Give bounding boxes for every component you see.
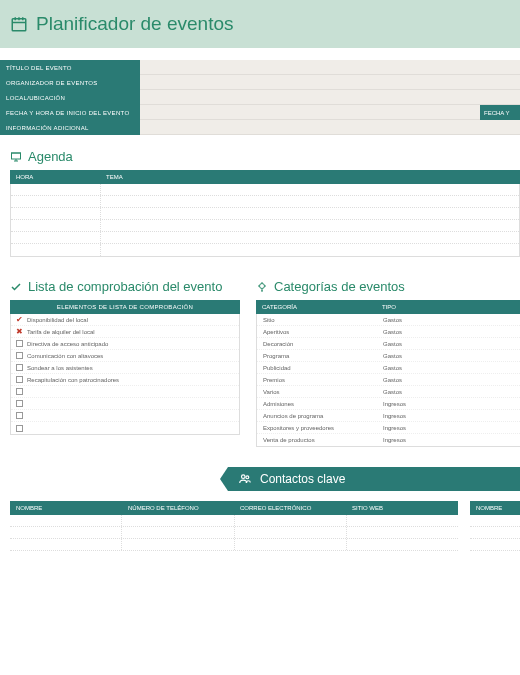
table-row[interactable]: VariosGastos: [257, 386, 520, 398]
table-row[interactable]: [470, 515, 520, 527]
info-label: ORGANIZADOR DE EVENTOS: [0, 75, 140, 90]
info-row: TÍTULO DEL EVENTO: [0, 60, 520, 75]
checkbox[interactable]: [11, 352, 27, 359]
col-categoria: CATEGORÍA: [256, 304, 376, 310]
info-value[interactable]: [140, 90, 520, 105]
info-value[interactable]: [140, 105, 480, 120]
checklist-table-body: ✔Disponibilidad del local✖Tarifa de alqu…: [10, 314, 240, 435]
table-row[interactable]: SitioGastos: [257, 314, 520, 326]
category-type: Gastos: [377, 353, 520, 359]
table-row[interactable]: [11, 196, 519, 208]
svg-point-9: [260, 283, 265, 288]
col-tema: TEMA: [100, 174, 520, 180]
checkbox[interactable]: ✔: [11, 316, 27, 323]
svg-rect-0: [12, 19, 26, 31]
contacts-title: Contactos clave: [260, 472, 345, 486]
table-row[interactable]: ProgramaGastos: [257, 350, 520, 362]
info-label: INFORMACIÓN ADICIONAL: [0, 120, 140, 135]
category-type: Ingresos: [377, 437, 520, 443]
agenda-table-body: [10, 184, 520, 257]
agenda-table-head: HORA TEMA: [10, 170, 520, 184]
svg-point-15: [242, 475, 246, 479]
checkbox[interactable]: [11, 412, 27, 419]
ribbon-tail: [220, 467, 228, 491]
category-name: Decoración: [257, 341, 377, 347]
checkbox[interactable]: [11, 376, 27, 383]
list-item[interactable]: Directiva de acceso anticipado: [11, 338, 239, 350]
contacts-table-head: NOMBRE NÚMERO DE TELÉFONO CORREO ELECTRÓ…: [10, 501, 458, 515]
info-row: LOCAL/UBICACIÓN: [0, 90, 520, 105]
checkbox[interactable]: [11, 364, 27, 371]
svg-rect-5: [12, 153, 21, 159]
table-row[interactable]: PremiosGastos: [257, 374, 520, 386]
col-nombre-2: NOMBRE: [470, 505, 520, 511]
table-row[interactable]: [10, 539, 458, 551]
category-type: Gastos: [377, 329, 520, 335]
table-row[interactable]: Venta de productosIngresos: [257, 434, 520, 446]
table-row[interactable]: Anuncios de programaIngresos: [257, 410, 520, 422]
contacts-table: NOMBRE NÚMERO DE TELÉFONO CORREO ELECTRÓ…: [10, 501, 520, 551]
list-item[interactable]: [11, 410, 239, 422]
agenda-table: HORA TEMA: [10, 170, 520, 257]
info-row: INFORMACIÓN ADICIONAL: [0, 120, 520, 135]
info-value[interactable]: [140, 60, 520, 75]
checklist-header: Lista de comprobación del evento: [10, 279, 240, 294]
info-row: FECHA Y HORA DE INICIO DEL EVENTO FECHA …: [0, 105, 520, 120]
category-type: Gastos: [377, 317, 520, 323]
info-value[interactable]: [140, 120, 520, 135]
category-name: Premios: [257, 377, 377, 383]
table-row[interactable]: [11, 208, 519, 220]
table-row[interactable]: [11, 184, 519, 196]
table-row[interactable]: [470, 527, 520, 539]
list-item[interactable]: Comunicación con altavoces: [11, 350, 239, 362]
checkbox[interactable]: [11, 400, 27, 407]
checkbox[interactable]: ✖: [11, 328, 27, 335]
list-item[interactable]: [11, 398, 239, 410]
col-telefono: NÚMERO DE TELÉFONO: [122, 505, 234, 511]
table-row[interactable]: [10, 515, 458, 527]
checklist-item-text: Directiva de acceso anticipado: [27, 341, 108, 347]
table-row[interactable]: [470, 539, 520, 551]
col-nombre: NOMBRE: [10, 505, 122, 511]
checkbox[interactable]: [11, 388, 27, 395]
info-value[interactable]: [140, 75, 520, 90]
info-row: ORGANIZADOR DE EVENTOS: [0, 75, 520, 90]
list-item[interactable]: Recapitulación con patrocinadores: [11, 374, 239, 386]
checklist-item-text: Tarifa de alquiler del local: [27, 329, 95, 335]
checklist-table-head: ELEMENTOS DE LISTA DE COMPROBACIÓN: [10, 300, 240, 314]
svg-point-16: [246, 476, 249, 479]
people-icon: [238, 472, 252, 486]
app-header: Planificador de eventos: [0, 0, 520, 48]
table-row[interactable]: [11, 232, 519, 244]
category-name: Venta de productos: [257, 437, 377, 443]
checkbox[interactable]: [11, 340, 27, 347]
table-row[interactable]: [10, 527, 458, 539]
list-item[interactable]: Sondear a los asistentes: [11, 362, 239, 374]
event-info-block: TÍTULO DEL EVENTO ORGANIZADOR DE EVENTOS…: [0, 60, 520, 135]
contacts-ribbon: Contactos clave: [0, 467, 520, 491]
checklist-item-text: Sondear a los asistentes: [27, 365, 93, 371]
list-item[interactable]: ✖Tarifa de alquiler del local: [11, 326, 239, 338]
table-row[interactable]: DecoraciónGastos: [257, 338, 520, 350]
info-label: LOCAL/UBICACIÓN: [0, 90, 140, 105]
table-row[interactable]: AdmisionesIngresos: [257, 398, 520, 410]
categories-table-body: SitioGastosAperitivosGastosDecoraciónGas…: [256, 314, 520, 447]
info-label-end: FECHA Y: [480, 105, 520, 120]
agenda-title: Agenda: [28, 149, 73, 164]
list-item[interactable]: ✔Disponibilidad del local: [11, 314, 239, 326]
calendar-icon: [10, 15, 28, 33]
categories-title: Categorías de eventos: [274, 279, 405, 294]
category-name: Admisiones: [257, 401, 377, 407]
table-row[interactable]: [11, 220, 519, 232]
table-row[interactable]: Expositores y proveedoresIngresos: [257, 422, 520, 434]
page-title: Planificador de eventos: [36, 13, 234, 35]
table-row[interactable]: AperitivosGastos: [257, 326, 520, 338]
list-item[interactable]: [11, 422, 239, 434]
list-item[interactable]: [11, 386, 239, 398]
table-row[interactable]: PublicidadGastos: [257, 362, 520, 374]
checklist-item-text: Disponibilidad del local: [27, 317, 88, 323]
category-name: Varios: [257, 389, 377, 395]
lightbulb-icon: [256, 281, 268, 293]
table-row[interactable]: [11, 244, 519, 256]
checkbox[interactable]: [11, 425, 27, 432]
